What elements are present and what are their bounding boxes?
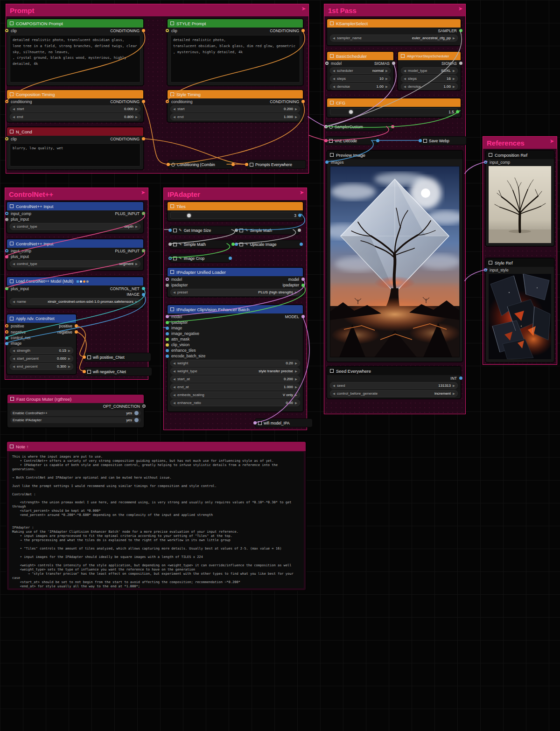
node-vae-decode[interactable]: VAE Decode xyxy=(326,136,378,145)
clip-input-pin[interactable] xyxy=(5,29,8,32)
image-output-pin[interactable] xyxy=(300,243,303,246)
collapse-box-icon[interactable] xyxy=(330,21,334,25)
images-input-pin[interactable] xyxy=(325,160,329,164)
end-at-widget[interactable]: ◀ end_at 1.000 ▶ xyxy=(170,383,300,390)
input-pin[interactable] xyxy=(324,125,328,128)
conditioning-output-pin[interactable] xyxy=(301,100,305,103)
samples-input-pin[interactable] xyxy=(324,139,328,142)
sigmas-output-pin[interactable] xyxy=(392,62,395,65)
positive-output-pin[interactable] xyxy=(75,324,78,327)
model-input-pin[interactable] xyxy=(253,421,257,425)
increment-arrow-icon[interactable]: ▶ xyxy=(453,384,455,388)
weight-type-widget[interactable]: ◀ weight_type style transfer precise ▶ xyxy=(170,368,300,375)
node-title-bar[interactable]: Style Timing xyxy=(168,90,303,98)
increment-arrow-icon[interactable]: ▶ xyxy=(295,369,297,373)
increment-arrow-icon[interactable]: ▶ xyxy=(453,77,455,81)
group-collapse-icon[interactable]: ➤ xyxy=(300,190,304,195)
increment-arrow-icon[interactable]: ▶ xyxy=(295,401,297,405)
group-collapse-icon[interactable]: ➤ xyxy=(141,190,145,195)
decrement-arrow-icon[interactable]: ◀ xyxy=(333,36,335,40)
toggle-knob[interactable] xyxy=(134,411,139,415)
increment-arrow-icon[interactable]: ▶ xyxy=(295,115,297,119)
collapse-box-icon[interactable] xyxy=(10,397,14,401)
conditioning-input-pin[interactable] xyxy=(5,100,8,103)
node-composition-timing[interactable]: Composition Timing conditioning CONDITIO… xyxy=(7,90,144,122)
node-image-crop[interactable]: ✎ Image Crop xyxy=(170,254,231,263)
model-output-pin[interactable] xyxy=(301,278,305,281)
input-comp-pin[interactable] xyxy=(5,212,8,215)
control-type-widget[interactable]: ◀ control_type depth ▶ xyxy=(10,223,140,230)
collapse-box-icon[interactable] xyxy=(87,370,91,374)
decrement-arrow-icon[interactable]: ◀ xyxy=(173,401,175,405)
collapse-box-icon[interactable] xyxy=(87,355,91,359)
node-title-bar[interactable]: Style Ref xyxy=(486,258,554,267)
increment-arrow-icon[interactable]: ▶ xyxy=(135,225,138,229)
node-save-webp[interactable]: Save Webp xyxy=(420,136,467,145)
collapse-box-icon[interactable] xyxy=(170,21,174,25)
node-title-bar[interactable]: Apply Adv. ControlNet xyxy=(7,314,76,323)
collapse-box-icon[interactable] xyxy=(250,163,253,167)
model-name-widget[interactable]: ◀ name xinsir_controlnet-union-sdxl-1.0-… xyxy=(10,298,140,305)
cfg-slider[interactable]: 1.5 xyxy=(330,108,458,115)
group-prompt-header[interactable]: Prompt ➤ xyxy=(6,4,308,16)
steps-widget[interactable]: ◀ steps 10 ▶ xyxy=(330,75,391,82)
increment-arrow-icon[interactable]: ▶ xyxy=(295,107,297,111)
group-controlnet-header[interactable]: ControlNet++ ➤ xyxy=(5,188,148,200)
group-collapse-icon[interactable]: ➤ xyxy=(459,6,462,11)
node-cfg[interactable]: CFG 1.5 xyxy=(327,98,461,118)
conditioning-input-pin[interactable] xyxy=(245,163,248,166)
node-simple-math-b[interactable]: ✎ Simple Math xyxy=(236,226,300,235)
model-output-pin[interactable] xyxy=(301,315,305,318)
start-percent-widget[interactable]: ◀ start_percent 0.000 ▶ xyxy=(10,355,73,362)
ipadapter-output-pin[interactable] xyxy=(301,284,305,287)
tiles-output-pin[interactable] xyxy=(298,214,301,217)
conditioning-input-pin[interactable] xyxy=(83,355,86,359)
node-upscale-image[interactable]: ✎ Upscale Image xyxy=(236,240,301,249)
node-controlnet-input-2[interactable]: ControlNet++ Input input_comp PLUS_INPUT… xyxy=(7,239,144,271)
collapse-box-icon[interactable] xyxy=(10,279,14,283)
denoise-widget[interactable]: ◀ denoise 1.00 ▶ xyxy=(330,83,391,90)
ipadapter-input-pin[interactable] xyxy=(166,284,169,287)
node-composition-prompt[interactable]: COMPOSITION Prompt clip CONDITIONING det… xyxy=(7,19,144,86)
image-input-pin[interactable] xyxy=(5,342,8,345)
decrement-arrow-icon[interactable]: ◀ xyxy=(333,69,335,73)
conditioning-output-pin[interactable] xyxy=(231,163,235,166)
increment-arrow-icon[interactable]: ▶ xyxy=(385,69,388,73)
collapse-box-icon[interactable] xyxy=(239,229,243,232)
node-title-bar[interactable]: Note ↑ xyxy=(7,442,306,451)
control-net-input-pin[interactable] xyxy=(5,336,8,340)
node-title-bar[interactable]: IPAdapter ClipVision Enhancer Batch xyxy=(168,305,303,313)
increment-arrow-icon[interactable]: ▶ xyxy=(68,365,70,369)
node-title-bar[interactable]: KSamplerSelect xyxy=(327,19,461,28)
conditioning-input-pin[interactable] xyxy=(167,163,170,166)
node-prompts-everywhere[interactable]: Prompts Everywhere xyxy=(246,160,306,169)
decrement-arrow-icon[interactable]: ◀ xyxy=(173,369,175,373)
node-graph-canvas[interactable]: Prompt ➤ 1st Pass ➤ References ➤ Control… xyxy=(0,0,560,731)
decrement-arrow-icon[interactable]: ◀ xyxy=(13,357,15,361)
end-percent-widget[interactable]: ◀ end_percent 0.300 ▶ xyxy=(10,363,73,370)
decrement-arrow-icon[interactable]: ◀ xyxy=(13,107,15,111)
node-title-bar[interactable]: IPAdapter Unified Loader xyxy=(168,268,303,276)
increment-arrow-icon[interactable]: ▶ xyxy=(135,107,138,111)
image-input-pin[interactable] xyxy=(419,139,422,142)
decrement-arrow-icon[interactable]: ◀ xyxy=(404,85,406,89)
image-output-pin[interactable] xyxy=(229,257,232,260)
conditioning-input-pin[interactable] xyxy=(166,100,169,103)
node-title-bar[interactable]: Preview Image xyxy=(327,151,462,159)
node-title-bar[interactable]: ControlNet++ Input xyxy=(7,239,143,248)
value-output-pin[interactable] xyxy=(298,229,301,232)
clip-input-pin[interactable] xyxy=(5,137,8,140)
prompt-text-field[interactable]: detailed realistic photo, translucent ob… xyxy=(10,35,140,83)
node-apply-adv-controlnet[interactable]: Apply Adv. ControlNet positive positive … xyxy=(7,314,77,375)
node-style-ref[interactable]: Style Ref input_style xyxy=(485,258,554,362)
strength-widget[interactable]: ◀ strength 0.15 ▶ xyxy=(10,347,73,354)
collapse-box-icon[interactable] xyxy=(10,317,14,320)
image-output-pin[interactable] xyxy=(142,293,145,296)
collapse-box-icon[interactable] xyxy=(401,54,405,58)
node-conditioning-combine[interactable]: Conditioning (Combin xyxy=(168,160,233,169)
positive-input-pin[interactable] xyxy=(5,324,8,327)
decrement-arrow-icon[interactable]: ◀ xyxy=(173,362,175,365)
toggle-knob[interactable] xyxy=(134,418,139,422)
increment-arrow-icon[interactable]: ▶ xyxy=(385,85,388,89)
control-net-output-pin[interactable] xyxy=(142,287,145,290)
